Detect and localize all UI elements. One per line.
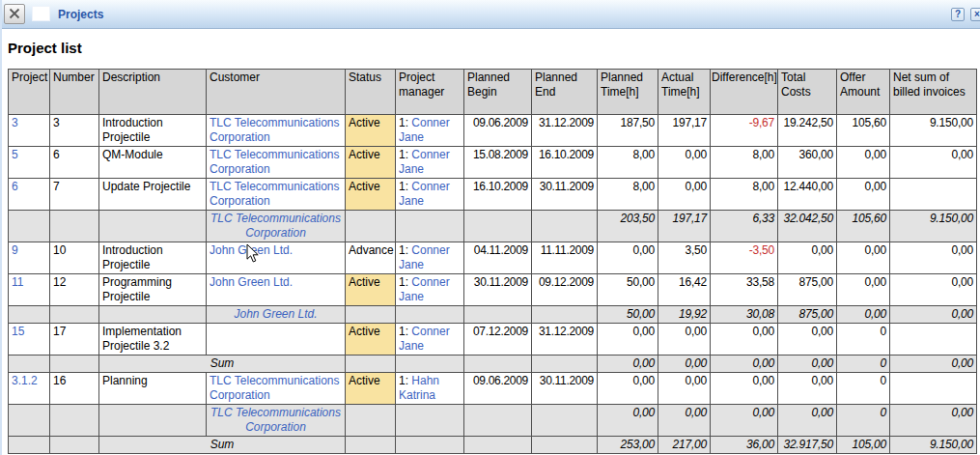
project-manager-link[interactable]: Hahn Katrina [399,374,439,402]
planned-begin-cell: 09.06.2009 [464,115,532,147]
net-sum-cell: 0,00 [890,274,977,306]
project-manager-link[interactable]: Conner Jane [399,325,450,353]
planned-end-cell: 30.11.2009 [532,373,598,405]
column-header-status: Status [346,70,396,115]
table-row: 67Update ProjectileTLC Telecommunication… [9,179,977,211]
net-sum-cell: 9.150,00 [890,115,977,147]
planned-time-cell: 253,00 [598,437,658,454]
column-header-planned-time-h: Planned Time[h] [598,70,658,115]
actual-time-cell: 197,17 [658,211,711,242]
planned-begin-cell [464,355,532,373]
actual-time-cell: 0,00 [658,373,711,405]
offer-amount-cell: 105,60 [837,115,890,147]
project-id-cell: 9 [9,242,50,274]
project-id-cell: 6 [9,179,50,211]
project-manager-link[interactable]: Conner Jane [399,275,450,303]
project-manager-link[interactable]: Conner Jane [399,243,450,271]
total-costs-cell: 32.042,50 [778,211,837,242]
project-id-cell: 3 [9,115,50,147]
project-link[interactable]: 9 [12,243,18,257]
customer-link[interactable]: TLC Telecommunications Corporation [210,180,340,208]
project-link[interactable]: 3 [12,116,18,129]
project-link[interactable]: 3.1.2 [12,374,38,387]
project-manager-cell: 1: Conner Jane [396,147,464,179]
planned-begin-cell: 15.08.2009 [464,147,532,179]
number-cell [50,437,99,454]
difference-value: 33,58 [746,275,774,289]
project-link[interactable]: 6 [12,180,18,193]
help-icon: ? [955,10,961,19]
project-manager-link[interactable]: Conner Jane [399,116,450,144]
project-manager-cell [396,355,464,373]
customer-cell [207,324,346,355]
table-row: 3.1.216PlanningTLC Telecommunications Co… [9,373,977,405]
description-cell: Update Projectile [99,179,207,211]
group-customer-cell: John Green Ltd. [207,306,346,324]
planned-begin-cell [464,306,532,324]
titlebar-input[interactable] [32,6,50,21]
planned-time-cell: 187,50 [598,115,658,147]
project-manager-link[interactable]: Conner Jane [399,180,450,208]
planned-end-cell: 11.11.2009 [532,242,598,274]
status-cell: Active [346,179,396,211]
planned-time-cell: 0,00 [598,355,658,373]
project-link[interactable]: 5 [12,148,18,161]
offer-amount-cell: 0,00 [837,242,890,274]
window-left-border [0,0,2,455]
customer-link[interactable]: TLC Telecommunications Corporation [210,148,340,176]
project-manager-cell: 1: Conner Jane [396,179,464,211]
planned-end-cell [532,355,598,373]
column-header-description: Description [99,70,207,115]
project-id-cell: 5 [9,147,50,179]
planned-time-cell: 0,00 [598,324,658,355]
project-table: ProjectNumberDescriptionCustomerStatusPr… [8,69,977,454]
actual-time-cell: 0,00 [658,405,711,437]
window-close-button[interactable]: × [970,8,980,21]
group-customer-label: TLC Telecommunications Corporation [210,406,341,434]
difference-cell: 0,00 [711,324,778,355]
description-cell [99,211,207,242]
difference-cell: 0,00 [711,355,778,373]
group-customer-cell: TLC Telecommunications Corporation [207,211,346,242]
customer-link[interactable]: TLC Telecommunications Corporation [210,374,340,402]
description-cell [99,405,207,437]
number-cell [50,355,99,373]
window-close-icon: × [974,10,980,19]
close-tab-button[interactable] [4,4,25,24]
total-costs-cell: 0,00 [778,373,837,405]
planned-begin-cell: 09.06.2009 [464,373,532,405]
customer-link[interactable]: John Green Ltd. [210,275,293,289]
total-costs-cell: 0,00 [778,324,837,355]
customer-link[interactable]: TLC Telecommunications Corporation [210,116,340,144]
column-header-total-costs: Total Costs [778,70,837,115]
description-cell [99,306,207,324]
group-subtotal-row: John Green Ltd.50,0019,9230,08875,000,00… [9,306,977,324]
project-link[interactable]: 15 [12,325,24,338]
table-row: 56QM-ModuleTLC Telecommunications Corpor… [9,147,977,179]
column-header-planned-end: Planned End [532,70,598,115]
number-cell: 7 [50,179,99,211]
status-cell: Active [346,115,396,147]
sum-label-cell: Sum [99,437,346,454]
planned-begin-cell: 16.10.2009 [464,179,532,211]
sum-label-cell: Sum [99,355,346,373]
net-sum-cell [890,373,977,405]
planned-end-cell [532,306,598,324]
project-link[interactable]: 11 [12,275,23,289]
difference-cell: 0,00 [711,373,778,405]
project-manager-cell [396,405,464,437]
net-sum-cell: 0,00 [890,306,977,324]
total-costs-cell: 0,00 [778,405,837,437]
project-id-cell: 15 [9,324,50,355]
project-id-cell [9,355,50,373]
project-id-cell: 3.1.2 [9,373,50,405]
total-costs-cell: 0,00 [778,242,837,274]
help-button[interactable]: ? [951,8,965,21]
project-manager-cell: 1: Hahn Katrina [396,373,464,405]
project-manager-cell [396,211,464,242]
customer-link[interactable]: John Green Ltd. [210,243,293,257]
project-manager-link[interactable]: Conner Jane [399,148,450,176]
status-cell: Active [346,324,396,355]
actual-time-cell: 16,42 [658,274,711,306]
project-manager-cell [396,306,464,324]
